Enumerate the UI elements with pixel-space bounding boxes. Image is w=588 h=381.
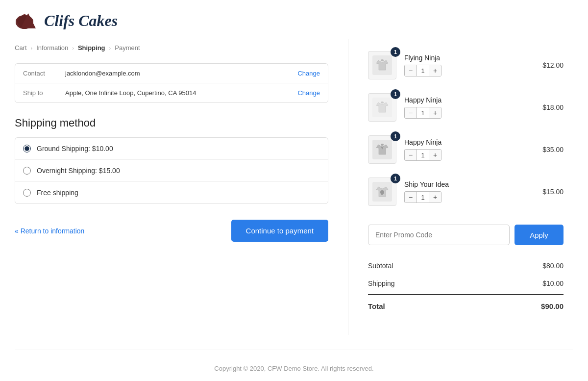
breadcrumb-information[interactable]: Information (36, 44, 68, 51)
qty-value: 1 (417, 152, 429, 159)
product-name: Flying Ninja (404, 54, 526, 62)
shipping-option-overnight[interactable]: Overnight Shipping: $15.00 (15, 160, 328, 182)
promo-row: Apply (368, 225, 564, 245)
product-image-happy-ninja-1 (372, 98, 392, 117)
info-card: Contact jacklondon@example.com Change Sh… (15, 63, 328, 103)
qty-increase-button[interactable]: + (429, 65, 441, 76)
qty-decrease-button[interactable]: − (405, 150, 416, 160)
qty-controls: − 1 + (404, 149, 441, 161)
shipping-free-label: Free shipping (37, 189, 78, 197)
qty-value: 1 (417, 194, 429, 201)
product-badge: 1 (391, 131, 400, 141)
contact-row: Contact jacklondon@example.com Change (15, 64, 328, 83)
product-badge: 1 (391, 174, 400, 183)
product-image-happy-ninja-2 (372, 140, 392, 159)
logo-area: Clifs Cakes (15, 10, 118, 32)
brand-name: Clifs Cakes (44, 12, 118, 30)
shipping-radio-free[interactable] (23, 189, 31, 197)
product-name: Happy Ninja (404, 138, 526, 146)
qty-increase-button[interactable]: + (429, 107, 441, 118)
product-info: Ship Your Idea − 1 + (404, 180, 526, 203)
grand-total-row: Total $90.00 (368, 294, 564, 315)
svg-point-6 (381, 102, 384, 103)
footer: Copyright © 2020, CFW Demo Store. All ri… (15, 350, 573, 381)
subtotal-value: $80.00 (542, 262, 564, 270)
svg-rect-11 (381, 194, 383, 195)
main-layout: Cart › Information › Shipping › Payment … (15, 39, 573, 335)
svg-point-10 (380, 190, 384, 194)
contact-value: jacklondon@example.com (65, 70, 290, 77)
product-badge: 1 (391, 89, 400, 99)
actions: « Return to information Continue to paym… (15, 220, 328, 242)
total-value: $90.00 (541, 302, 564, 310)
product-price: $18.00 (534, 103, 564, 111)
total-label: Total (368, 302, 385, 310)
ship-to-row: Ship to Apple, One Infinite Loop, Cupert… (15, 83, 328, 102)
product-item: 1 Happy Ninja − 1 + $18.00 (368, 86, 564, 128)
qty-controls: − 1 + (404, 107, 441, 119)
product-thumb-wrap: 1 (368, 51, 396, 79)
product-list: 1 Flying Ninja − 1 + $12.00 (368, 44, 564, 213)
qty-value: 1 (417, 109, 429, 117)
qty-controls: − 1 + (404, 65, 441, 76)
product-info: Happy Ninja − 1 + (404, 96, 526, 119)
footer-text: Copyright © 2020, CFW Demo Store. All ri… (214, 365, 373, 372)
product-item: 1 Ship Your Idea − 1 + $15.00 (368, 171, 564, 213)
breadcrumb-shipping: Shipping (78, 44, 105, 51)
breadcrumb-sep-2: › (72, 45, 74, 51)
contact-change-link[interactable]: Change (297, 70, 320, 77)
subtotal-row: Subtotal $80.00 (368, 257, 564, 275)
product-image-flying-ninja (372, 55, 392, 75)
svg-point-4 (381, 59, 384, 61)
shipping-option-free[interactable]: Free shipping (15, 182, 328, 203)
product-thumb-wrap: 1 (368, 135, 396, 164)
product-price: $12.00 (534, 61, 564, 69)
product-name: Happy Ninja (404, 96, 526, 104)
product-badge: 1 (391, 47, 400, 57)
product-price: $15.00 (534, 188, 564, 196)
shipping-method-title: Shipping method (15, 117, 328, 129)
ship-to-label: Ship to (23, 89, 57, 97)
shipping-radio-ground[interactable] (23, 145, 31, 152)
qty-decrease-button[interactable]: − (405, 192, 416, 203)
ship-to-change-link[interactable]: Change (297, 89, 320, 97)
product-name: Ship Your Idea (404, 180, 526, 188)
header: Clifs Cakes (15, 0, 573, 39)
promo-code-input[interactable] (368, 225, 510, 245)
right-panel: 1 Flying Ninja − 1 + $12.00 (348, 39, 564, 335)
shipping-label: Shipping (368, 279, 395, 287)
subtotal-label: Subtotal (368, 262, 393, 270)
totals: Subtotal $80.00 Shipping $10.00 Total $9… (368, 257, 564, 315)
qty-controls: − 1 + (404, 191, 441, 203)
shipping-option-ground[interactable]: Ground Shipping: $10.00 (15, 138, 328, 160)
product-image-ship-your-idea (372, 182, 392, 202)
shipping-value: $10.00 (542, 279, 564, 287)
left-panel: Cart › Information › Shipping › Payment … (15, 39, 348, 335)
shipping-row: Shipping $10.00 (368, 275, 564, 292)
product-info: Happy Ninja − 1 + (404, 138, 526, 161)
apply-promo-button[interactable]: Apply (514, 225, 564, 245)
breadcrumb-sep-1: › (31, 45, 33, 51)
logo-slice-icon (17, 10, 39, 32)
shipping-options: Ground Shipping: $10.00 Overnight Shippi… (15, 137, 328, 204)
svg-point-8 (381, 144, 384, 146)
product-item: 1 Flying Ninja − 1 + $12.00 (368, 44, 564, 86)
breadcrumb-sep-3: › (109, 45, 111, 51)
breadcrumb-cart[interactable]: Cart (15, 44, 27, 51)
qty-value: 1 (417, 67, 429, 75)
product-price: $35.00 (534, 146, 564, 153)
contact-label: Contact (23, 70, 57, 77)
qty-increase-button[interactable]: + (429, 150, 441, 160)
shipping-radio-overnight[interactable] (23, 167, 31, 175)
breadcrumb-payment[interactable]: Payment (115, 44, 140, 51)
breadcrumb: Cart › Information › Shipping › Payment (15, 44, 328, 51)
ship-to-value: Apple, One Infinite Loop, Cupertino, CA … (65, 89, 290, 97)
shipping-overnight-label: Overnight Shipping: $15.00 (37, 167, 120, 175)
continue-to-payment-button[interactable]: Continue to payment (231, 220, 328, 242)
qty-increase-button[interactable]: + (429, 192, 441, 203)
qty-decrease-button[interactable]: − (405, 107, 416, 118)
return-to-information-link[interactable]: « Return to information (15, 227, 84, 235)
product-thumb-wrap: 1 (368, 93, 396, 122)
qty-decrease-button[interactable]: − (405, 65, 416, 76)
product-thumb-wrap: 1 (368, 178, 396, 206)
